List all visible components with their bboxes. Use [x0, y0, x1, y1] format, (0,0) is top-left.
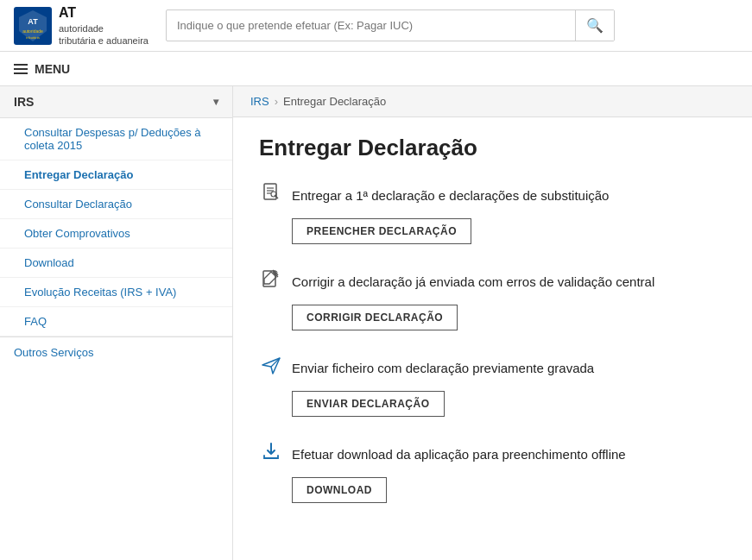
- section1-title: Entregar a 1ª declaração e declarações d…: [292, 188, 609, 203]
- sidebar: IRS ▾ Consultar Despesas p/ Deduções à c…: [0, 86, 233, 560]
- sidebar-link-faq[interactable]: FAQ: [0, 307, 232, 337]
- sidebar-link-consultar[interactable]: Consultar Declaração: [0, 190, 232, 219]
- sidebar-outros[interactable]: Outros Serviços: [0, 337, 232, 368]
- download-icon: [259, 441, 283, 467]
- sidebar-link-entregar[interactable]: Entregar Declaração: [0, 160, 232, 190]
- section2-title: Corrigir a declaração já enviada com err…: [292, 274, 654, 289]
- send-icon: [259, 355, 283, 381]
- section4-title: Efetuar download da aplicação para preen…: [292, 447, 626, 462]
- breadcrumb-parent[interactable]: IRS: [250, 95, 269, 108]
- svg-text:AT: AT: [28, 17, 38, 26]
- content-right: IRS › Entregar Declaração Entregar Decla…: [233, 86, 752, 560]
- svg-point-10: [271, 192, 276, 197]
- logo-shield-icon: AT autoridade tributária: [14, 7, 52, 45]
- section-corrigir: Corrigir a declaração já enviada com err…: [259, 268, 726, 330]
- hamburger-icon: [14, 64, 28, 74]
- sidebar-item-download[interactable]: Download: [0, 249, 232, 278]
- breadcrumb-current: Entregar Declaração: [283, 95, 386, 108]
- section3-heading: Enviar ficheiro com declaração previamen…: [259, 355, 726, 381]
- search-button[interactable]: 🔍: [575, 10, 614, 41]
- search-bar: 🔍: [166, 9, 615, 41]
- download-button[interactable]: DOWNLOAD: [292, 477, 387, 503]
- breadcrumb-separator: ›: [275, 95, 278, 108]
- menu-toggle[interactable]: MENU: [14, 55, 70, 83]
- nav-bar: MENU: [0, 52, 752, 86]
- sidebar-link-despesas[interactable]: Consultar Despesas p/ Deduções à coleta …: [0, 118, 232, 160]
- preencher-declaracao-button[interactable]: PREENCHER DECLARAÇÃO: [292, 218, 471, 244]
- sidebar-link-download[interactable]: Download: [0, 249, 232, 278]
- sidebar-item-obter[interactable]: Obter Comprovativos: [0, 219, 232, 249]
- breadcrumb: IRS › Entregar Declaração: [233, 86, 752, 117]
- sidebar-item-entregar[interactable]: Entregar Declaração: [0, 160, 232, 190]
- enviar-declaracao-button[interactable]: ENVIAR DECLARAÇÃO: [292, 391, 445, 417]
- edit-icon: [259, 268, 283, 294]
- sidebar-section-label: IRS: [14, 95, 34, 109]
- chevron-down-icon: ▾: [213, 96, 218, 108]
- sidebar-item-faq[interactable]: FAQ: [0, 307, 232, 337]
- sidebar-item-despesas[interactable]: Consultar Despesas p/ Deduções à coleta …: [0, 118, 232, 160]
- svg-text:tributária: tributária: [26, 35, 40, 40]
- search-input[interactable]: [167, 12, 575, 39]
- menu-label: MENU: [35, 62, 70, 76]
- section1-heading: Entregar a 1ª declaração e declarações d…: [259, 182, 726, 208]
- document-icon: [259, 182, 283, 208]
- svg-text:autoridade: autoridade: [22, 28, 43, 34]
- sidebar-link-obter[interactable]: Obter Comprovativos: [0, 219, 232, 249]
- content: Entregar Declaração Entregar: [233, 117, 752, 560]
- section4-heading: Efetuar download da aplicação para preen…: [259, 441, 726, 467]
- section3-title: Enviar ficheiro com declaração previamen…: [292, 361, 594, 375]
- page-title: Entregar Declaração: [259, 135, 726, 161]
- logo-text: AT autoridade tributária e aduaneira: [59, 4, 149, 47]
- logo-subtitle2: tributária e aduaneira: [59, 35, 149, 47]
- sidebar-item-consultar[interactable]: Consultar Declaração: [0, 190, 232, 219]
- logo-subtitle1: autoridade: [59, 22, 149, 35]
- header: AT autoridade tributária AT autoridade t…: [0, 0, 752, 52]
- section-download: Efetuar download da aplicação para preen…: [259, 441, 726, 503]
- section-enviar: Enviar ficheiro com declaração previamen…: [259, 355, 726, 417]
- section-preencher: Entregar a 1ª declaração e declarações d…: [259, 182, 726, 244]
- sidebar-section-header[interactable]: IRS ▾: [0, 86, 232, 118]
- section2-heading: Corrigir a declaração já enviada com err…: [259, 268, 726, 294]
- logo-area: AT autoridade tributária AT autoridade t…: [14, 4, 149, 47]
- main-layout: IRS ▾ Consultar Despesas p/ Deduções à c…: [0, 86, 752, 560]
- sidebar-items: Consultar Despesas p/ Deduções à coleta …: [0, 118, 232, 337]
- corrigir-declaracao-button[interactable]: CORRIGIR DECLARAÇÃO: [292, 305, 458, 330]
- sidebar-link-evolucao[interactable]: Evolução Receitas (IRS + IVA): [0, 278, 232, 307]
- logo-at: AT: [59, 4, 149, 22]
- sidebar-item-evolucao[interactable]: Evolução Receitas (IRS + IVA): [0, 278, 232, 307]
